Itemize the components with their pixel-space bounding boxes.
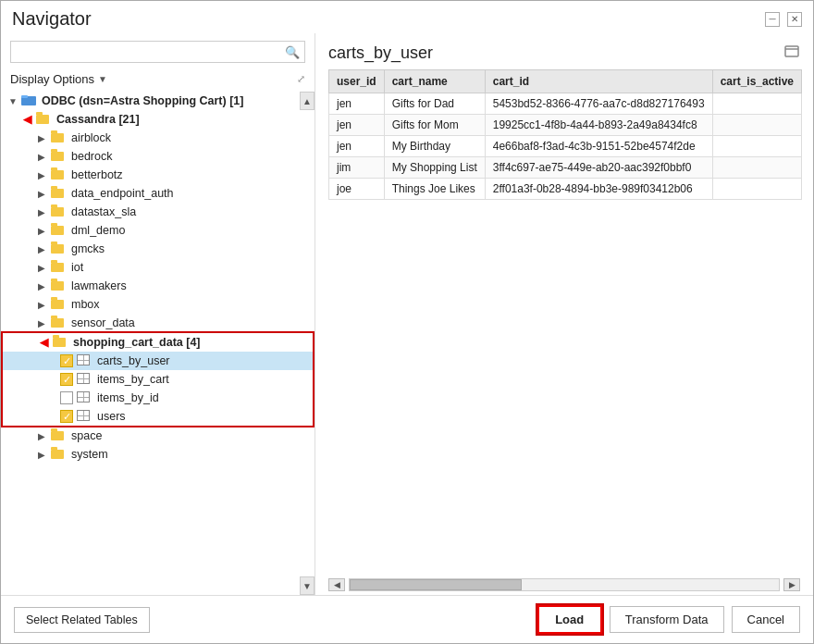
cell-cart-id: 3ff4c697-ae75-449e-ab20-aac392f0bbf0 [485,157,712,179]
left-panel: 🔍 Display Options ▼ ⤢ ▲ ▼ O [1,33,315,595]
carts-by-user-item[interactable]: ✓ carts_by_user [3,352,313,370]
item-label: datastax_sla [71,205,136,218]
cell-user-id: jim [329,157,385,179]
preview-header: carts_by_user [315,33,813,69]
shopping-cart-arrow: ◀ [40,336,53,349]
item-label: data_endpoint_auth [71,187,174,200]
folder-icon [51,224,68,237]
items-by-id-label: items_by_id [97,391,159,404]
items-by-id-checkbox[interactable] [60,391,73,404]
list-item[interactable]: ▶ datastax_sla [1,203,314,221]
list-item[interactable]: ▶ mbox [1,295,314,314]
scroll-thumb [350,579,522,590]
root-label: ODBC (dsn=Astra Shopping Cart) [1] [42,94,243,107]
col-cart-id: cart_id [485,70,712,93]
list-item[interactable]: ▶ data_endpoint_auth [1,184,314,203]
transform-data-button[interactable]: Transform Data [610,606,724,633]
search-container: 🔍 [10,41,305,63]
bottom-left: Select Related Tables [14,607,150,633]
bottom-bar: Select Related Tables Load Transform Dat… [1,595,813,643]
display-options-button[interactable]: Display Options ▼ [10,72,107,86]
close-button[interactable]: ✕ [787,12,802,27]
shopping-cart-folder-icon [53,336,69,349]
window-title: Navigator [12,8,92,30]
folder-icon [51,429,68,442]
window-controls: ─ ✕ [765,12,802,27]
table-row: jen Gifts for Mom 19925cc1-4f8b-4a44-b89… [329,115,802,136]
shopping-cart-data-folder[interactable]: ◀ shopping_cart_data [4] [3,333,313,352]
shopping-cart-label: shopping_cart_data [4] [73,336,201,349]
cell-cart-name: Gifts for Mom [384,115,485,136]
display-options-bar: Display Options ▼ ⤢ [1,70,314,92]
folder-icon [51,279,68,292]
tree-scroll-up-button[interactable]: ▲ [300,92,314,110]
tree-scroll-down-button[interactable]: ▼ [300,576,314,595]
navigator-window: Navigator ─ ✕ 🔍 Display Options ▼ ⤢ [0,0,814,644]
folder-icon [51,298,68,311]
search-icon: 🔍 [285,45,300,59]
carts-by-user-label: carts_by_user [97,354,170,367]
preview-expand-icon[interactable] [783,43,800,64]
users-label: users [97,410,126,423]
content-area: 🔍 Display Options ▼ ⤢ ▲ ▼ O [1,33,813,595]
tree-cassandra[interactable]: ◀ Cassandra [21] [1,110,314,129]
folder-icon [51,316,68,329]
scroll-track[interactable] [349,578,780,591]
expand-icon[interactable]: ⤢ [297,73,305,85]
cell-cart-is-active [712,136,801,157]
tree-root[interactable]: ▼ ODBC (dsn=Astra Shopping Cart) [1] [1,92,314,110]
search-input[interactable] [10,41,305,63]
list-item[interactable]: ▶ bedrock [1,147,314,166]
list-item[interactable]: ▶ system [1,445,314,464]
item-label: dml_demo [71,224,125,237]
root-icon [21,94,38,107]
users-table-icon [77,410,93,423]
select-related-tables-button[interactable]: Select Related Tables [14,607,150,633]
folder-icon [51,150,68,163]
scroll-left-button[interactable]: ◀ [328,578,345,591]
cassandra-label: Cassandra [21] [56,113,140,126]
cell-cart-id: 5453bd52-8366-4776-aa7c-d8d827176493 [485,93,712,115]
carts-by-user-checkbox[interactable]: ✓ [60,354,73,367]
items-by-cart-table-icon [77,373,93,386]
minimize-button[interactable]: ─ [765,12,780,27]
cell-cart-is-active [712,179,801,200]
list-item[interactable]: ▶ gmcks [1,240,314,258]
load-button[interactable]: Load [537,605,602,634]
folder-icon [51,187,68,200]
item-label: mbox [71,298,100,311]
items-by-id-item[interactable]: items_by_id [3,389,313,407]
title-bar: Navigator ─ ✕ [1,1,813,33]
items-by-cart-item[interactable]: ✓ items_by_cart [3,370,313,389]
preview-title: carts_by_user [328,43,433,63]
svg-rect-1 [21,95,28,98]
list-item[interactable]: ▶ space [1,427,314,445]
item-label: space [71,429,102,442]
scroll-right-button[interactable]: ▶ [783,578,800,591]
cell-cart-name: My Shopping List [384,157,485,179]
horizontal-scrollbar: ◀ ▶ [315,575,813,595]
list-item[interactable]: ▶ dml_demo [1,221,314,240]
users-checkbox[interactable]: ✓ [60,410,73,423]
users-item[interactable]: ✓ users [3,407,313,426]
list-item[interactable]: ▶ airblock [1,129,314,147]
folder-icon [51,448,68,461]
table-row: joe Things Joe Likes 2ff01a3f-0b28-4894-… [329,179,802,200]
folder-icon [51,131,68,144]
list-item[interactable]: ▶ iot [1,258,314,277]
display-options-label-text: Display Options [10,72,94,86]
cancel-button[interactable]: Cancel [732,606,800,633]
cell-cart-id: 2ff01a3f-0b28-4894-bb3e-989f03412b06 [485,179,712,200]
items-by-cart-checkbox[interactable]: ✓ [60,373,73,386]
folder-icon [51,242,68,255]
root-arrow: ▼ [8,96,21,106]
cell-cart-name: Things Joe Likes [384,179,485,200]
list-item[interactable]: ▶ betterbotz [1,166,314,184]
items-by-id-table-icon [77,391,93,404]
carts-by-user-table-icon [77,354,93,367]
table-row: jen My Birthday 4e66baf8-f3ad-4c3b-9151-… [329,136,802,157]
list-item[interactable]: ▶ sensor_data [1,314,314,332]
list-item[interactable]: ▶ lawmakers [1,277,314,295]
item-label: sensor_data [71,316,135,329]
col-user-id: user_id [329,70,385,93]
